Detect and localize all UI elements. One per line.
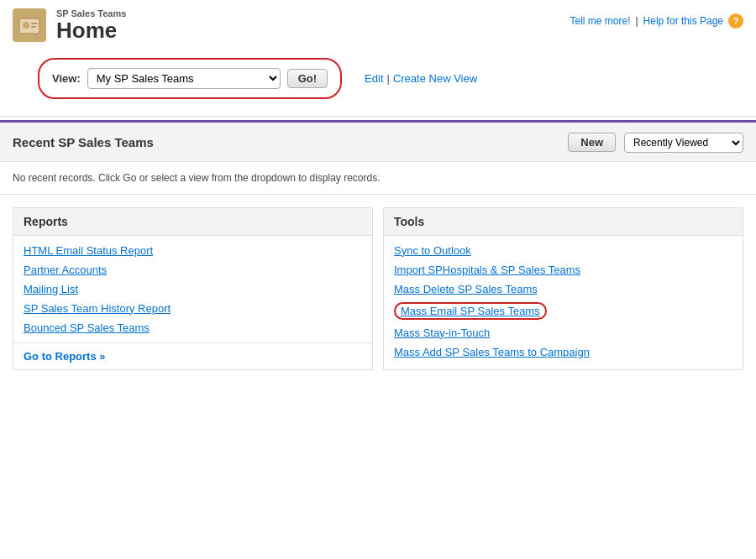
page-header: SP Sales Teams Home Tell me more! | Help… bbox=[0, 0, 756, 117]
mass-stay-in-touch-link[interactable]: Mass Stay-in-Touch bbox=[394, 327, 490, 339]
sales-team-history-report-link[interactable]: SP Sales Team History Report bbox=[24, 302, 171, 315]
sync-to-outlook-link[interactable]: Sync to Outlook bbox=[394, 244, 471, 257]
list-item: Mailing List bbox=[24, 283, 362, 295]
list-item: HTML Email Status Report bbox=[24, 244, 362, 257]
tools-title: Tools bbox=[384, 208, 743, 236]
reports-title: Reports bbox=[13, 208, 372, 236]
list-item: Import SPHospitals & SP Sales Teams bbox=[394, 264, 732, 276]
mass-add-to-campaign-link[interactable]: Mass Add SP Sales Teams to Campaign bbox=[394, 346, 590, 358]
view-row: View: My SP Sales Teams All SP Sales Tea… bbox=[13, 43, 743, 109]
svg-rect-0 bbox=[19, 18, 39, 34]
go-button[interactable]: Go! bbox=[287, 69, 328, 88]
header-left: SP Sales Teams Home bbox=[13, 8, 126, 43]
tools-list: Sync to Outlook Import SPHospitals & SP … bbox=[394, 244, 732, 358]
recently-viewed-select[interactable]: Recently Viewed All My SP Sales Teams bbox=[624, 133, 743, 153]
recent-body: No recent records. Click Go or select a … bbox=[0, 162, 756, 194]
tools-panel: Tools Sync to Outlook Import SPHospitals… bbox=[383, 207, 743, 370]
tools-body: Sync to Outlook Import SPHospitals & SP … bbox=[384, 236, 743, 367]
tell-me-more-link[interactable]: Tell me more! bbox=[570, 15, 630, 27]
svg-rect-3 bbox=[31, 26, 36, 28]
edit-view-link[interactable]: Edit bbox=[365, 72, 383, 85]
mailing-list-link[interactable]: Mailing List bbox=[24, 283, 78, 295]
create-new-view-link[interactable]: Create New View bbox=[393, 72, 477, 85]
header-titles: SP Sales Teams Home bbox=[56, 8, 126, 43]
recent-header: Recent SP Sales Teams New Recently Viewe… bbox=[0, 123, 756, 162]
recent-controls: New Recently Viewed All My SP Sales Team… bbox=[568, 133, 743, 153]
list-item: Sync to Outlook bbox=[394, 244, 732, 257]
help-icon[interactable]: ? bbox=[728, 13, 743, 29]
page-title: Home bbox=[56, 18, 126, 43]
list-item: Mass Email SP Sales Teams bbox=[394, 302, 732, 320]
list-item: Bounced SP Sales Teams bbox=[24, 321, 362, 334]
reports-footer: Go to Reports » bbox=[13, 342, 372, 369]
two-col-layout: Reports HTML Email Status Report Partner… bbox=[0, 195, 756, 383]
empty-message: No recent records. Click Go or select a … bbox=[13, 172, 381, 184]
new-button[interactable]: New bbox=[568, 133, 616, 152]
html-email-status-report-link[interactable]: HTML Email Status Report bbox=[24, 244, 153, 257]
go-to-reports-link[interactable]: Go to Reports » bbox=[24, 350, 106, 363]
mass-delete-link[interactable]: Mass Delete SP Sales Teams bbox=[394, 283, 538, 295]
recent-panel: Recent SP Sales Teams New Recently Viewe… bbox=[0, 123, 756, 195]
recent-panel-title: Recent SP Sales Teams bbox=[13, 135, 154, 149]
reports-list: HTML Email Status Report Partner Account… bbox=[24, 244, 362, 334]
view-bar: View: My SP Sales Teams All SP Sales Tea… bbox=[38, 58, 342, 99]
main-section: Recent SP Sales Teams New Recently Viewe… bbox=[0, 120, 756, 383]
mass-email-highlight: Mass Email SP Sales Teams bbox=[394, 302, 547, 320]
page-icon bbox=[13, 8, 46, 42]
list-item: Partner Accounts bbox=[24, 264, 362, 276]
import-sphospitals-link[interactable]: Import SPHospitals & SP Sales Teams bbox=[394, 264, 580, 276]
reports-body: HTML Email Status Report Partner Account… bbox=[13, 236, 372, 342]
help-page-link[interactable]: Help for this Page bbox=[643, 15, 723, 27]
list-item: SP Sales Team History Report bbox=[24, 302, 362, 315]
mass-email-link[interactable]: Mass Email SP Sales Teams bbox=[401, 305, 540, 317]
bounced-sales-teams-link[interactable]: Bounced SP Sales Teams bbox=[24, 321, 150, 334]
header-right: Tell me more! | Help for this Page ? bbox=[570, 8, 743, 29]
view-label: View: bbox=[52, 72, 81, 85]
svg-point-1 bbox=[23, 22, 29, 29]
list-item: Mass Delete SP Sales Teams bbox=[394, 283, 732, 295]
partner-accounts-link[interactable]: Partner Accounts bbox=[24, 264, 107, 276]
view-select[interactable]: My SP Sales Teams All SP Sales Teams Rec… bbox=[87, 68, 281, 89]
svg-rect-2 bbox=[31, 23, 38, 24]
reports-panel: Reports HTML Email Status Report Partner… bbox=[13, 207, 373, 370]
list-item: Mass Stay-in-Touch bbox=[394, 327, 732, 339]
list-item: Mass Add SP Sales Teams to Campaign bbox=[394, 346, 732, 358]
view-actions: Edit | Create New View bbox=[365, 72, 477, 85]
